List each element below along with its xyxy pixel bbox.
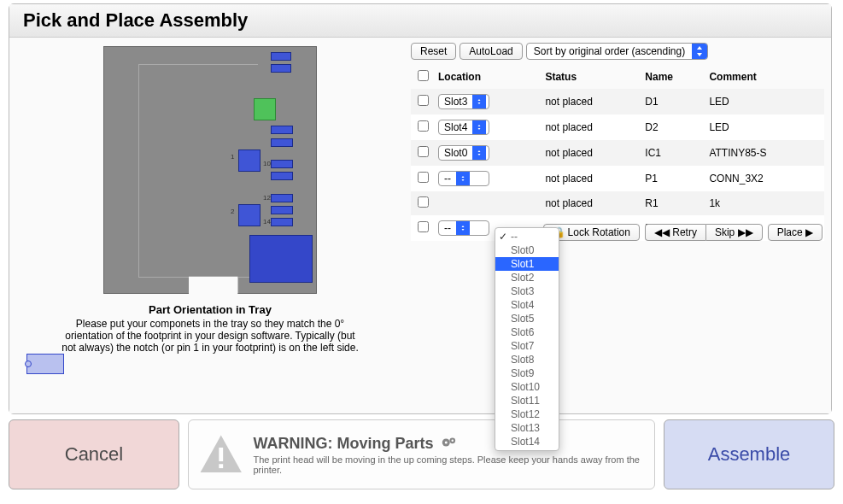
- dropdown-option[interactable]: Slot10: [495, 380, 559, 394]
- orientation-heading: Part Orientation in Tray: [57, 303, 363, 316]
- slot-select-value: Slot3: [439, 95, 472, 108]
- retry-button[interactable]: ◀◀ Retry: [645, 224, 705, 241]
- table-row: Slot3not placedD1LED: [411, 89, 824, 114]
- slot-select-value: --: [439, 172, 456, 185]
- dropdown-option[interactable]: Slot4: [495, 298, 559, 312]
- chevron-updown-icon: [472, 95, 486, 108]
- tray-slot-label: 12: [263, 194, 271, 202]
- dropdown-option[interactable]: Slot5: [495, 312, 559, 325]
- cancel-button[interactable]: Cancel: [9, 419, 179, 489]
- dropdown-option[interactable]: Slot1: [495, 257, 559, 271]
- slot-dropdown-popup[interactable]: --Slot0Slot1Slot2Slot3Slot4Slot5Slot6Slo…: [495, 227, 559, 451]
- row-checkbox[interactable]: [418, 146, 429, 157]
- tray-slot: [238, 149, 261, 172]
- dropdown-option[interactable]: Slot11: [495, 394, 559, 407]
- dropdown-option[interactable]: Slot12: [495, 407, 559, 421]
- row-checkbox[interactable]: [418, 221, 429, 232]
- cell-status: not placed: [542, 89, 641, 114]
- assemble-button[interactable]: Assemble: [664, 419, 834, 489]
- warning-triangle-icon: [199, 431, 243, 478]
- table-row: not placedR11k: [411, 191, 824, 215]
- sort-select[interactable]: Sort by original order (ascending): [526, 43, 708, 60]
- warning-banner: WARNING: Moving Parts The print head wil…: [188, 419, 655, 489]
- slot-select-value: --: [439, 221, 456, 235]
- tray-slot-label: 14: [263, 218, 271, 226]
- slot-select[interactable]: Slot0: [438, 145, 489, 161]
- warning-title: WARNING: Moving Parts: [253, 435, 644, 453]
- place-button[interactable]: Place ▶: [768, 224, 823, 241]
- tray-slot-label: 2: [231, 208, 234, 215]
- tray-slot: [271, 126, 293, 134]
- slot-select[interactable]: Slot3: [438, 94, 489, 109]
- cell-status: not placed: [542, 166, 641, 191]
- select-all-checkbox[interactable]: [418, 70, 429, 81]
- gear-icon: [442, 435, 457, 452]
- col-comment: Comment: [705, 65, 824, 89]
- cell-status: not placed: [542, 140, 641, 166]
- dropdown-option[interactable]: Slot0: [495, 243, 559, 257]
- tray-slot: [271, 206, 293, 214]
- row-checkbox[interactable]: [418, 172, 429, 183]
- slot-select-value: Slot0: [439, 146, 472, 160]
- dropdown-option[interactable]: Slot6: [495, 325, 559, 339]
- dropdown-option[interactable]: Slot2: [495, 271, 559, 284]
- cell-status: not placed: [542, 114, 641, 140]
- cell-name: D1: [641, 89, 705, 114]
- cell-comment: CONN_3X2: [705, 166, 824, 191]
- tray-slot: [271, 160, 293, 168]
- chevron-updown-icon: [456, 221, 470, 235]
- tray-slot-label: 10: [263, 160, 271, 167]
- col-name: Name: [641, 65, 705, 89]
- tray-slot: [271, 194, 293, 202]
- tray-slot: [271, 138, 293, 147]
- cell-comment: 1k: [705, 191, 824, 215]
- tray-slot: [238, 204, 261, 226]
- cell-name: R1: [641, 191, 705, 215]
- row-checkbox[interactable]: [418, 95, 429, 106]
- warning-body: The print head will be moving in the up …: [253, 454, 644, 475]
- row-checkbox[interactable]: [418, 196, 429, 208]
- tray-preview-pane: 10121412 Part Orientation in Tray Please…: [9, 38, 411, 359]
- chevron-updown-icon: [456, 172, 470, 185]
- tray-diagram: 10121412: [103, 46, 317, 294]
- orientation-body: Please put your componets in the tray so…: [57, 318, 363, 354]
- page-title: Pick and Place Assembly: [9, 4, 831, 38]
- dropdown-option[interactable]: --: [495, 230, 559, 243]
- svg-rect-1: [219, 464, 223, 468]
- cell-comment: ATTINY85-S: [705, 140, 824, 166]
- table-row: --not placedP1CONN_3X2: [411, 166, 824, 191]
- tray-slot: [271, 172, 293, 180]
- svg-rect-0: [219, 448, 223, 461]
- dropdown-option[interactable]: Slot7: [495, 339, 559, 353]
- col-status: Status: [542, 65, 641, 89]
- cell-name: P1: [641, 166, 705, 191]
- svg-point-3: [444, 441, 447, 443]
- dropdown-option[interactable]: Slot14: [495, 435, 559, 448]
- svg-point-5: [451, 439, 453, 441]
- chevron-updown-icon: [472, 120, 486, 134]
- table-row: Slot0not placedIC1ATTINY85-S: [411, 140, 824, 166]
- table-header: Location Status Name Comment: [411, 65, 824, 89]
- skip-button[interactable]: Skip ▶▶: [705, 224, 763, 241]
- row-checkbox[interactable]: [418, 120, 429, 132]
- slot-select[interactable]: --: [438, 220, 489, 236]
- tray-slot-label: 1: [231, 153, 234, 161]
- reset-button[interactable]: Reset: [411, 43, 456, 60]
- cell-status: not placed: [542, 191, 641, 215]
- cell-comment: LED: [705, 114, 824, 140]
- tray-slot: [271, 64, 291, 73]
- dropdown-option[interactable]: Slot9: [495, 366, 559, 380]
- chevron-updown-icon: [472, 146, 486, 160]
- slot-select[interactable]: --: [438, 171, 489, 186]
- dropdown-option[interactable]: Slot8: [495, 353, 559, 366]
- tray-slot: [271, 52, 291, 61]
- slot-select-value: Slot4: [439, 120, 472, 134]
- slot-select[interactable]: Slot4: [438, 120, 489, 135]
- dropdown-option[interactable]: Slot13: [495, 421, 559, 435]
- cell-name: D2: [641, 114, 705, 140]
- dropdown-option[interactable]: Slot3: [495, 284, 559, 298]
- tray-slot: [271, 218, 293, 226]
- tray-slot-large: [249, 235, 313, 283]
- autoload-button[interactable]: AutoLoad: [460, 43, 522, 60]
- reference-chip-icon: [26, 354, 64, 374]
